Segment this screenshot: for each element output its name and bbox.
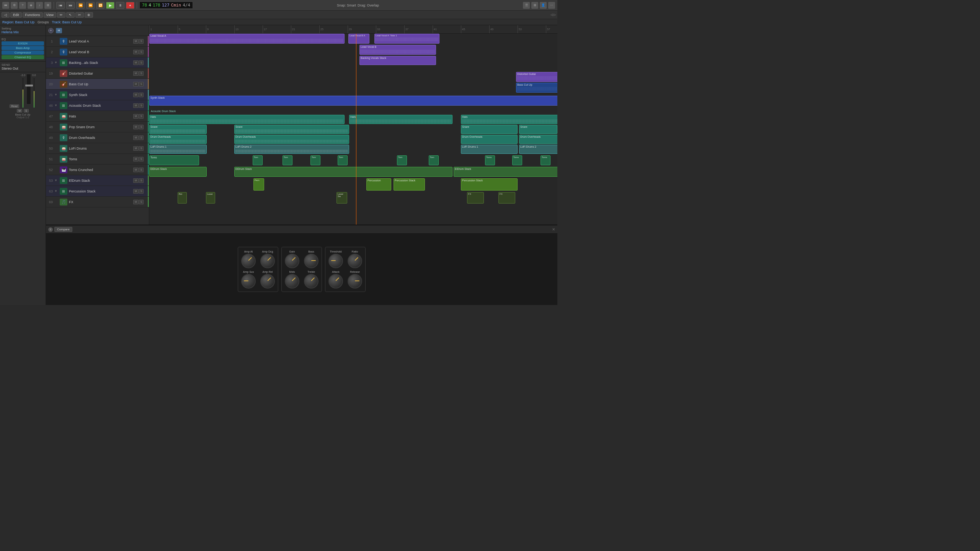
- track-mute-btn[interactable]: M: [133, 114, 139, 119]
- stb-view[interactable]: View: [44, 12, 56, 18]
- clip-synth-stack[interactable]: Synth Stack: [149, 96, 557, 106]
- transport-ffw[interactable]: ⏩: [86, 2, 95, 9]
- stb-pointer[interactable]: ↖: [66, 12, 75, 18]
- knob-attack[interactable]: [328, 274, 343, 289]
- knob-release[interactable]: [348, 274, 362, 289]
- track-mute-btn[interactable]: M: [133, 189, 139, 194]
- knob-amp-sus[interactable]: [241, 274, 256, 289]
- track-expand-icon[interactable]: ▼: [54, 179, 60, 182]
- track-mute-btn[interactable]: M: [133, 103, 139, 108]
- track-mute-btn[interactable]: M: [133, 200, 139, 204]
- clip-lofi-1[interactable]: LoFi Drums 1: [149, 145, 207, 154]
- read-btn[interactable]: Read: [10, 104, 19, 108]
- stb-functions[interactable]: Functions: [23, 12, 43, 18]
- stb-back[interactable]: ◁: [2, 12, 10, 18]
- track-mute-btn[interactable]: M: [133, 157, 139, 161]
- knob-treble[interactable]: [304, 274, 318, 289]
- transport-to-start[interactable]: ⏮: [56, 2, 65, 9]
- clip-lofi-2[interactable]: LoFi Drums 2: [234, 145, 349, 154]
- track-solo-btn[interactable]: S: [139, 93, 144, 97]
- add-track-btn[interactable]: +: [48, 28, 54, 33]
- fader-track[interactable]: [26, 74, 31, 104]
- knob-amp-at[interactable]: [241, 254, 256, 268]
- track-row[interactable]: 69 🎵 FX M S: [46, 197, 149, 207]
- fader-thumb[interactable]: [25, 85, 33, 86]
- track-row[interactable]: 1 🎙 Lead Vocal A M S: [46, 36, 149, 47]
- toolbar-settings-icon[interactable]: ⚙: [11, 2, 18, 9]
- clip-toms-8[interactable]: Toms: [485, 155, 495, 165]
- knob-gain[interactable]: [285, 254, 299, 268]
- clip-overheads-1[interactable]: Drum Overheads: [149, 135, 207, 144]
- track-solo-btn[interactable]: S: [139, 50, 144, 54]
- track-mute-btn[interactable]: M: [133, 135, 139, 140]
- toolbar-midi-icon[interactable]: ♪: [36, 2, 43, 9]
- compressor-btn[interactable]: Compressor: [2, 51, 44, 55]
- toolbar-more-icon[interactable]: ⋯: [548, 2, 555, 9]
- clip-snare-3[interactable]: Snare: [461, 125, 518, 134]
- track-expand-icon[interactable]: ▼: [54, 189, 60, 193]
- clip-toms-5[interactable]: Tom: [338, 155, 348, 165]
- clip-toms-10[interactable]: Toms: [541, 155, 550, 165]
- stb-scissors[interactable]: ✂: [75, 12, 84, 18]
- clip-lofi-3[interactable]: LoFi Drums 1: [461, 145, 518, 154]
- track-solo-btn[interactable]: S: [139, 39, 144, 44]
- clip-eldrum-1[interactable]: ElDrum Stack: [149, 167, 207, 177]
- compare-btn[interactable]: Compare: [54, 227, 72, 232]
- transport-pause[interactable]: ⏸: [116, 2, 124, 9]
- track-row[interactable]: 52 🎹 Toms Crunched M S: [46, 165, 149, 175]
- clip-backing[interactable]: Backing Vocals Stack: [359, 56, 436, 65]
- clip-overheads-4[interactable]: Drum Overheads: [519, 135, 557, 144]
- transport-play-end[interactable]: ⏭: [66, 2, 75, 9]
- track-mute-btn[interactable]: M: [133, 60, 139, 65]
- track-row[interactable]: 51 🥁 Toms M S: [46, 154, 149, 165]
- transport-rew[interactable]: ⏪: [76, 2, 85, 9]
- clip-eldrum-3[interactable]: ElDrum Stack: [454, 167, 557, 177]
- tracks-canvas[interactable]: Lead Vocal A Lead Vocal B A Lead Vocal A…: [149, 34, 557, 225]
- clip-bass-cut-up[interactable]: Bass Cut Up: [516, 83, 557, 93]
- track-mute-btn[interactable]: M: [133, 50, 139, 54]
- clip-fx-1[interactable]: Bot: [178, 192, 187, 204]
- clip-eldrum-2[interactable]: ElDrum Stack: [234, 167, 452, 177]
- track-row[interactable]: 47 🥁 Hats M S: [46, 111, 149, 122]
- channel-eq-btn[interactable]: Channel EQ: [2, 55, 44, 59]
- clip-toms-9[interactable]: Toms: [512, 155, 522, 165]
- track-row[interactable]: 48 🥁 Pop Snare Drum M S: [46, 122, 149, 132]
- clip-perc-3[interactable]: Percussion Stack: [394, 178, 425, 191]
- bottom-close-icon[interactable]: ✕: [552, 227, 555, 231]
- clip-snare-4[interactable]: Snare: [519, 125, 557, 134]
- track-mute-btn[interactable]: M: [133, 168, 139, 172]
- track-row[interactable]: 2 🎙 Lead Vocal B M S: [46, 47, 149, 57]
- track-mute-btn[interactable]: M: [133, 178, 139, 183]
- clip-toms-7[interactable]: Tom: [429, 155, 439, 165]
- exs-btn[interactable]: EXS24: [2, 41, 44, 46]
- clip-overheads-3[interactable]: Drum Overheads: [461, 135, 518, 144]
- knob-amp-dcg[interactable]: [260, 254, 275, 268]
- clip[interactable]: Lead Vocal A: [149, 34, 345, 44]
- bottom-info-icon[interactable]: i: [48, 227, 53, 232]
- stb-zoom[interactable]: ⊕: [85, 12, 93, 18]
- track-mute-btn[interactable]: M: [133, 125, 139, 129]
- track-solo-btn[interactable]: S: [139, 189, 144, 194]
- knob-ratio[interactable]: [348, 254, 362, 268]
- track-solo-btn[interactable]: S: [139, 82, 144, 86]
- stb-pencil[interactable]: ✏: [57, 12, 65, 18]
- track-solo-btn[interactable]: S: [139, 125, 144, 129]
- toolbar-user-icon[interactable]: 👤: [540, 2, 547, 9]
- knob-bass[interactable]: [304, 254, 318, 268]
- track-expand-icon[interactable]: ▼: [54, 104, 60, 107]
- track-mute-btn[interactable]: M: [133, 71, 139, 76]
- clip-overheads-2[interactable]: Drum Overheads: [234, 135, 349, 144]
- clip-toms-6[interactable]: Tom: [397, 155, 407, 165]
- track-mute-btn[interactable]: M: [133, 93, 139, 97]
- clip-hats-1[interactable]: Hats: [149, 115, 345, 124]
- transport-loop[interactable]: 🔁: [96, 2, 105, 9]
- clip-fx-3[interactable]: Laser Sw: [336, 192, 347, 204]
- clip-toms-4[interactable]: Tom: [310, 155, 320, 165]
- track-solo-btn[interactable]: S: [139, 71, 144, 76]
- track-solo-btn[interactable]: S: [139, 200, 144, 204]
- track-solo-btn[interactable]: S: [139, 178, 144, 183]
- transport-record[interactable]: ●: [126, 2, 134, 9]
- bass-amp-btn[interactable]: Bass Amp: [2, 46, 44, 50]
- track-solo-btn[interactable]: S: [139, 60, 144, 65]
- track-mute-btn[interactable]: M: [133, 82, 139, 86]
